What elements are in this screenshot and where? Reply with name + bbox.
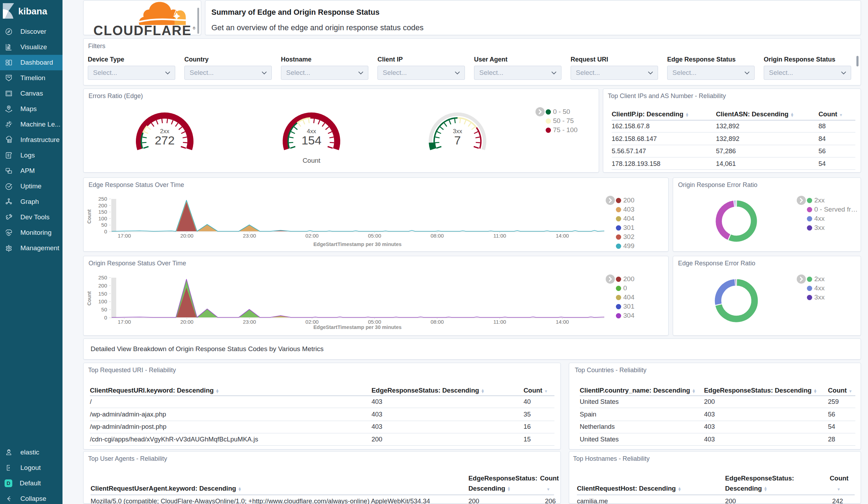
svg-text:23:00: 23:00 bbox=[243, 319, 256, 325]
svg-text:Count: Count bbox=[86, 291, 92, 305]
svg-text:250: 250 bbox=[98, 274, 107, 280]
svg-text:272: 272 bbox=[155, 134, 175, 147]
svg-text:150: 150 bbox=[98, 291, 107, 297]
svg-text:EdgeStartTimestamp per 30 minu: EdgeStartTimestamp per 30 minutes bbox=[313, 241, 401, 247]
svg-text:7: 7 bbox=[454, 134, 461, 147]
svg-text:200: 200 bbox=[98, 283, 107, 289]
svg-text:08:00: 08:00 bbox=[430, 233, 444, 239]
svg-text:08:00: 08:00 bbox=[430, 319, 444, 325]
svg-text:17:00: 17:00 bbox=[118, 319, 131, 325]
svg-text:100: 100 bbox=[98, 298, 107, 304]
svg-text:05:00: 05:00 bbox=[368, 233, 381, 239]
svg-text:02:00: 02:00 bbox=[305, 233, 319, 239]
svg-text:14:00: 14:00 bbox=[556, 233, 569, 239]
svg-text:11:00: 11:00 bbox=[493, 319, 506, 325]
svg-text:®: ® bbox=[193, 26, 196, 30]
svg-text:50: 50 bbox=[101, 306, 107, 312]
svg-text:50: 50 bbox=[101, 222, 107, 228]
svg-text:02:00: 02:00 bbox=[305, 319, 319, 325]
svg-text:CLOUDFLARE: CLOUDFLARE bbox=[93, 23, 192, 35]
svg-text:100: 100 bbox=[98, 215, 107, 221]
svg-text:14:00: 14:00 bbox=[556, 319, 569, 325]
svg-text:150: 150 bbox=[98, 209, 107, 215]
svg-text:11:00: 11:00 bbox=[493, 233, 506, 239]
svg-text:200: 200 bbox=[98, 202, 107, 208]
svg-text:154: 154 bbox=[302, 134, 322, 147]
svg-text:Count: Count bbox=[86, 209, 92, 224]
svg-text:D: D bbox=[7, 480, 11, 486]
svg-text:Count: Count bbox=[303, 157, 321, 164]
svg-text:20:00: 20:00 bbox=[180, 319, 193, 325]
svg-text:17:00: 17:00 bbox=[118, 233, 131, 239]
svg-text:20:00: 20:00 bbox=[180, 233, 193, 239]
svg-text:0: 0 bbox=[104, 228, 107, 234]
svg-text:23:00: 23:00 bbox=[243, 233, 256, 239]
svg-text:250: 250 bbox=[98, 196, 107, 202]
svg-text:05:00: 05:00 bbox=[368, 319, 381, 325]
svg-text:0: 0 bbox=[104, 315, 107, 321]
svg-text:EdgeStartTimestamp per 30 minu: EdgeStartTimestamp per 30 minutes bbox=[313, 324, 401, 330]
